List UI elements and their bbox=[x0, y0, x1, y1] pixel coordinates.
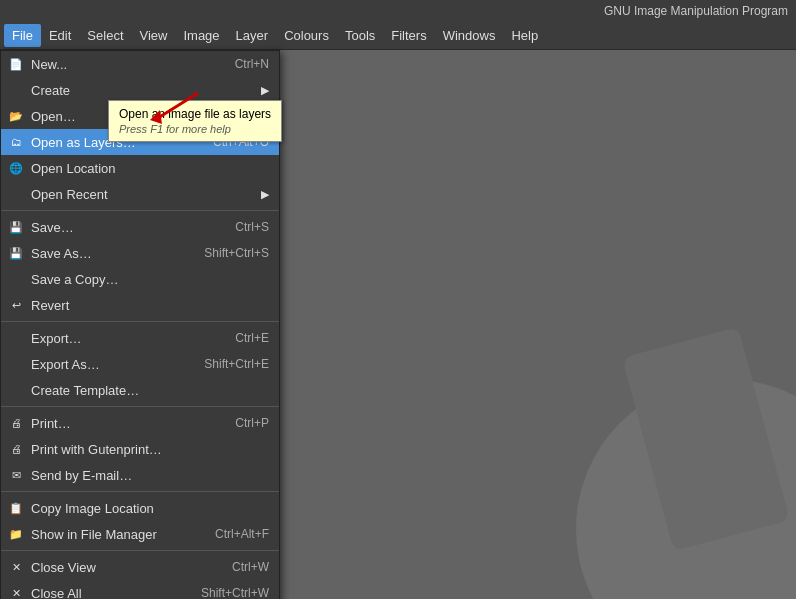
menu-save-copy[interactable]: Save a Copy… bbox=[1, 266, 279, 292]
menu-new[interactable]: 📄 New... Ctrl+N bbox=[1, 51, 279, 77]
app-title: GNU Image Manipulation Program bbox=[604, 4, 788, 18]
show-file-manager-icon: 📁 bbox=[7, 528, 25, 541]
create-template-label: Create Template… bbox=[31, 383, 269, 398]
print-label: Print… bbox=[31, 416, 215, 431]
copy-location-icon: 📋 bbox=[7, 502, 25, 515]
menu-layer[interactable]: Layer bbox=[228, 24, 277, 47]
canvas-area bbox=[280, 50, 796, 599]
menu-select[interactable]: Select bbox=[79, 24, 131, 47]
close-all-icon: ✕ bbox=[7, 587, 25, 600]
show-file-manager-label: Show in File Manager bbox=[31, 527, 195, 542]
tooltip-title: Open an image file as layers bbox=[119, 107, 271, 121]
menu-view[interactable]: View bbox=[132, 24, 176, 47]
menu-send-email[interactable]: ✉ Send by E-mail… bbox=[1, 462, 279, 488]
title-bar: GNU Image Manipulation Program bbox=[0, 0, 796, 22]
menu-close-all[interactable]: ✕ Close All Shift+Ctrl+W bbox=[1, 580, 279, 599]
copy-location-label: Copy Image Location bbox=[31, 501, 269, 516]
close-all-shortcut: Shift+Ctrl+W bbox=[201, 586, 269, 599]
menu-revert[interactable]: ↩ Revert bbox=[1, 292, 279, 318]
menu-tools[interactable]: Tools bbox=[337, 24, 383, 47]
print-icon: 🖨 bbox=[7, 417, 25, 429]
menu-create-template[interactable]: Create Template… bbox=[1, 377, 279, 403]
menu-close-view[interactable]: ✕ Close View Ctrl+W bbox=[1, 554, 279, 580]
sep1 bbox=[1, 210, 279, 211]
save-shortcut: Ctrl+S bbox=[235, 220, 269, 234]
sep4 bbox=[1, 491, 279, 492]
open-icon: 📂 bbox=[7, 110, 25, 123]
menu-show-file-manager[interactable]: 📁 Show in File Manager Ctrl+Alt+F bbox=[1, 521, 279, 547]
close-all-label: Close All bbox=[31, 586, 181, 600]
tooltip-popup: Open an image file as layers Press F1 fo… bbox=[108, 100, 282, 142]
save-as-icon: 💾 bbox=[7, 247, 25, 260]
menu-open-location[interactable]: 🌐 Open Location bbox=[1, 155, 279, 181]
open-recent-label: Open Recent bbox=[31, 187, 256, 202]
new-icon: 📄 bbox=[7, 58, 25, 71]
menu-print[interactable]: 🖨 Print… Ctrl+P bbox=[1, 410, 279, 436]
sep5 bbox=[1, 550, 279, 551]
close-view-icon: ✕ bbox=[7, 561, 25, 574]
menu-windows[interactable]: Windows bbox=[435, 24, 504, 47]
save-as-shortcut: Shift+Ctrl+S bbox=[204, 246, 269, 260]
menu-open-recent[interactable]: Open Recent ▶ bbox=[1, 181, 279, 207]
new-label: New... bbox=[31, 57, 215, 72]
print-gutenprint-label: Print with Gutenprint… bbox=[31, 442, 269, 457]
save-label: Save… bbox=[31, 220, 215, 235]
close-view-label: Close View bbox=[31, 560, 212, 575]
open-layers-icon: 🗂 bbox=[7, 136, 25, 148]
save-as-label: Save As… bbox=[31, 246, 184, 261]
menu-colours[interactable]: Colours bbox=[276, 24, 337, 47]
menu-filters[interactable]: Filters bbox=[383, 24, 434, 47]
open-location-label: Open Location bbox=[31, 161, 269, 176]
sep2 bbox=[1, 321, 279, 322]
sep3 bbox=[1, 406, 279, 407]
save-icon: 💾 bbox=[7, 221, 25, 234]
export-label: Export… bbox=[31, 331, 215, 346]
save-copy-label: Save a Copy… bbox=[31, 272, 269, 287]
menu-image[interactable]: Image bbox=[175, 24, 227, 47]
export-as-label: Export As… bbox=[31, 357, 184, 372]
open-location-icon: 🌐 bbox=[7, 162, 25, 175]
close-view-shortcut: Ctrl+W bbox=[232, 560, 269, 574]
menu-copy-location[interactable]: 📋 Copy Image Location bbox=[1, 495, 279, 521]
create-label: Create bbox=[31, 83, 256, 98]
tooltip-hint: Press F1 for more help bbox=[119, 123, 271, 135]
new-shortcut: Ctrl+N bbox=[235, 57, 269, 71]
menu-export-as[interactable]: Export As… Shift+Ctrl+E bbox=[1, 351, 279, 377]
send-email-icon: ✉ bbox=[7, 469, 25, 482]
menu-save[interactable]: 💾 Save… Ctrl+S bbox=[1, 214, 279, 240]
menu-print-gutenprint[interactable]: 🖨 Print with Gutenprint… bbox=[1, 436, 279, 462]
revert-label: Revert bbox=[31, 298, 269, 313]
menu-help[interactable]: Help bbox=[503, 24, 546, 47]
export-as-shortcut: Shift+Ctrl+E bbox=[204, 357, 269, 371]
print-gutenprint-icon: 🖨 bbox=[7, 443, 25, 455]
export-shortcut: Ctrl+E bbox=[235, 331, 269, 345]
create-arrow: ▶ bbox=[261, 84, 269, 97]
menu-export[interactable]: Export… Ctrl+E bbox=[1, 325, 279, 351]
revert-icon: ↩ bbox=[7, 299, 25, 312]
menu-save-as[interactable]: 💾 Save As… Shift+Ctrl+S bbox=[1, 240, 279, 266]
open-recent-arrow: ▶ bbox=[261, 188, 269, 201]
show-file-manager-shortcut: Ctrl+Alt+F bbox=[215, 527, 269, 541]
send-email-label: Send by E-mail… bbox=[31, 468, 269, 483]
menu-bar: File Edit Select View Image Layer Colour… bbox=[0, 22, 796, 50]
menu-edit[interactable]: Edit bbox=[41, 24, 79, 47]
print-shortcut: Ctrl+P bbox=[235, 416, 269, 430]
menu-file[interactable]: File bbox=[4, 24, 41, 47]
